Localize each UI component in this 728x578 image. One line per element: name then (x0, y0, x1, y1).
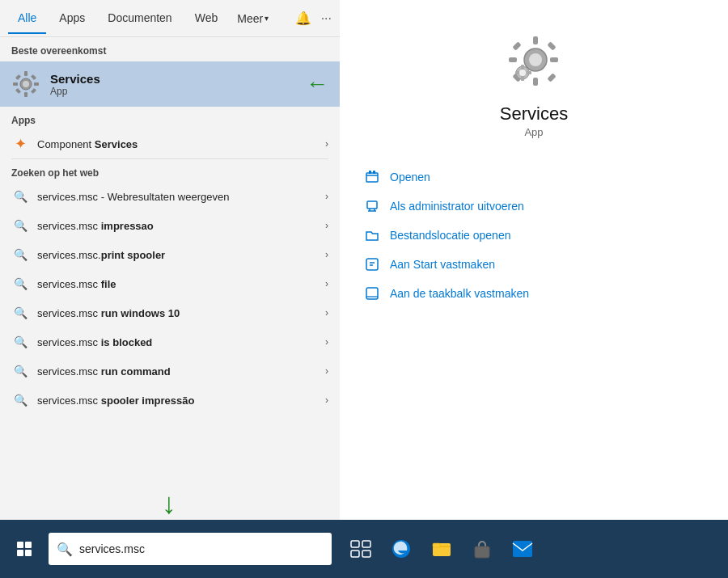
mail-icon[interactable] (510, 536, 535, 562)
svg-rect-2 (24, 92, 28, 97)
svg-rect-3 (13, 82, 18, 86)
tab-meer[interactable]: Meer ▾ (231, 4, 275, 33)
svg-rect-24 (527, 71, 531, 74)
pin-start-icon (364, 256, 380, 272)
best-match-label: Beste overeenkomst (0, 37, 340, 61)
edge-icon[interactable] (388, 536, 414, 562)
web-item-text-2: services.msc.print spooler (37, 249, 325, 261)
svg-rect-1 (24, 71, 28, 76)
svg-rect-11 (533, 36, 538, 44)
open-icon (364, 169, 380, 185)
svg-point-25 (519, 70, 526, 76)
svg-rect-18 (547, 73, 556, 82)
svg-rect-22 (521, 76, 524, 81)
store-icon[interactable] (469, 536, 495, 562)
svg-rect-21 (521, 65, 524, 70)
best-match-subtitle: App (50, 86, 100, 97)
search-icon-3: 🔍 (11, 275, 29, 293)
web-item-5[interactable]: 🔍 services.msc is blocked › (0, 327, 340, 357)
svg-point-19 (529, 53, 542, 66)
svg-rect-31 (366, 288, 378, 299)
taskview-icon[interactable] (348, 536, 374, 562)
action-list: Openen Als administrator uitvoeren Besta… (364, 162, 704, 308)
component-services-text: Component Services (37, 138, 325, 150)
svg-rect-15 (512, 41, 521, 50)
search-icon-6: 🔍 (11, 362, 29, 380)
svg-rect-37 (362, 541, 370, 547)
chevron-icon-4: › (325, 307, 328, 319)
tab-documenten[interactable]: Documenten (98, 3, 181, 34)
pin-taskbar-icon (364, 285, 380, 302)
svg-rect-16 (547, 41, 556, 50)
svg-rect-14 (550, 57, 558, 62)
svg-rect-42 (433, 543, 440, 547)
svg-rect-4 (34, 82, 39, 86)
taskbar-search-icon: 🔍 (57, 542, 73, 557)
svg-rect-36 (351, 541, 359, 547)
start-button[interactable] (0, 520, 49, 578)
svg-rect-29 (367, 201, 377, 209)
web-item-3[interactable]: 🔍 services.msc file › (0, 269, 340, 298)
taskbar-app-icons (348, 536, 535, 562)
search-icon-0: 🔍 (11, 188, 29, 205)
web-item-text-5: services.msc is blocked (37, 336, 325, 348)
apps-section-label: Apps (0, 107, 340, 129)
taskbar-search-box[interactable]: 🔍 (49, 533, 332, 565)
best-match-item[interactable]: Services App ← (0, 61, 340, 107)
web-item-6[interactable]: 🔍 services.msc run command › (0, 357, 340, 386)
action-bestandslocatie[interactable]: Bestandslocatie openen (364, 221, 704, 250)
svg-rect-35 (25, 550, 32, 556)
chevron-icon-7: › (325, 394, 328, 406)
chevron-icon-0: › (325, 191, 328, 202)
person-icon[interactable]: 🔔 (295, 11, 311, 26)
explorer-icon[interactable] (429, 536, 455, 562)
web-item-text-1: services.msc impressao (37, 220, 325, 232)
svg-rect-26 (366, 173, 378, 182)
chevron-icon-1: › (325, 220, 328, 231)
web-item-0[interactable]: 🔍 services.msc - Webresultaten weergeven… (0, 182, 340, 211)
svg-rect-30 (366, 259, 378, 270)
svg-rect-5 (15, 74, 21, 80)
web-item-text-7: services.msc spooler impressão (37, 394, 325, 407)
web-item-4[interactable]: 🔍 services.msc run windows 10 › (0, 298, 340, 327)
action-admin[interactable]: Als administrator uitvoeren (364, 192, 704, 221)
admin-icon (364, 198, 380, 214)
web-item-1[interactable]: 🔍 services.msc impressao › (0, 211, 340, 240)
web-item-text-3: services.msc file (37, 278, 325, 290)
web-section-label: Zoeken op het web (0, 159, 340, 182)
web-item-text-0: services.msc - Webresultaten weergeven (37, 191, 325, 203)
action-pin-start[interactable]: Aan Start vastmaken (364, 250, 704, 279)
web-item-7[interactable]: 🔍 services.msc spooler impressão › (0, 386, 340, 415)
services-big-icon (505, 32, 563, 94)
svg-rect-28 (373, 171, 375, 174)
tab-web[interactable]: Web (185, 3, 228, 34)
action-pin-taskbar[interactable]: Aan de taakbalk vastmaken (364, 279, 704, 308)
svg-rect-32 (17, 542, 23, 548)
component-services-item[interactable]: ✦ Component Services › (0, 129, 340, 158)
tab-apps[interactable]: Apps (49, 3, 95, 34)
more-options-icon[interactable]: ··· (321, 11, 332, 26)
chevron-down-icon: ▾ (265, 14, 269, 23)
component-services-icon: ✦ (11, 135, 29, 153)
tab-alle[interactable]: Alle (8, 3, 46, 34)
web-item-text-4: services.msc run windows 10 (37, 307, 325, 319)
taskbar-search-input[interactable] (79, 542, 324, 555)
svg-rect-6 (31, 74, 36, 80)
web-item-2[interactable]: 🔍 services.msc.print spooler › (0, 240, 340, 269)
chevron-right-icon: › (325, 138, 328, 150)
search-icon-4: 🔍 (11, 304, 29, 322)
search-icon-5: 🔍 (11, 333, 29, 351)
app-title: Services (500, 103, 568, 124)
action-openen[interactable]: Openen (364, 162, 704, 192)
svg-rect-8 (31, 88, 36, 94)
app-subtitle: App (524, 126, 543, 138)
right-panel: Services App Openen Als administrator ui… (340, 0, 728, 520)
chevron-icon-2: › (325, 249, 328, 260)
svg-rect-13 (509, 57, 517, 62)
svg-rect-38 (351, 551, 359, 557)
app-info-section: Services App (364, 32, 704, 138)
search-icon-1: 🔍 (11, 217, 29, 234)
tabs-right-icons: 🔔 ··· (295, 11, 332, 26)
svg-rect-33 (25, 542, 32, 548)
svg-rect-39 (362, 551, 370, 557)
